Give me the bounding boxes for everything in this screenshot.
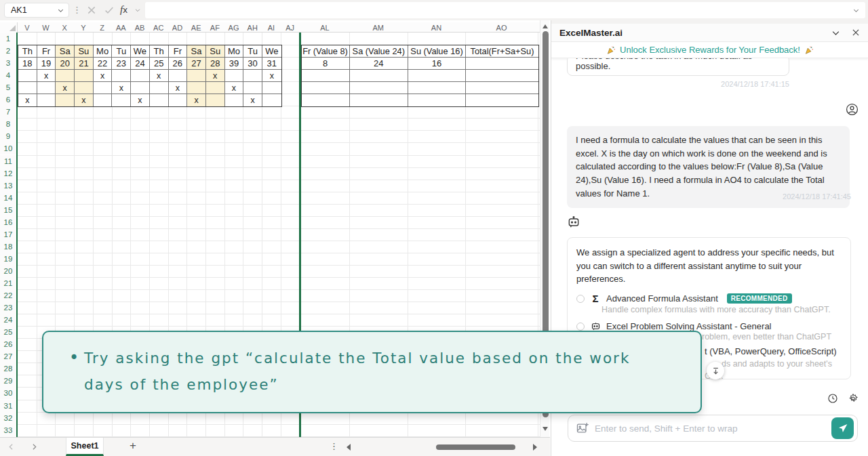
row-header-30[interactable]: 30 bbox=[0, 387, 16, 399]
cell[interactable]: Su bbox=[75, 45, 94, 58]
row-header-18[interactable]: 18 bbox=[0, 241, 16, 253]
column-header-AC[interactable]: AC bbox=[149, 22, 168, 33]
row-header-24[interactable]: 24 bbox=[0, 314, 16, 326]
row-header-21[interactable]: 21 bbox=[0, 277, 16, 289]
gear-icon[interactable] bbox=[848, 393, 859, 404]
row-header-22[interactable]: 22 bbox=[0, 289, 16, 302]
radio-icon[interactable] bbox=[576, 323, 585, 331]
cell[interactable]: x bbox=[112, 82, 131, 94]
cell[interactable]: Sa bbox=[187, 45, 206, 58]
cell[interactable]: 26 bbox=[169, 58, 188, 70]
cell[interactable] bbox=[466, 58, 538, 70]
cell[interactable] bbox=[18, 70, 37, 82]
cell[interactable] bbox=[150, 82, 169, 94]
scroll-up-arrow-icon[interactable] bbox=[542, 24, 548, 28]
formula-bar-input[interactable] bbox=[145, 2, 865, 18]
close-panel-icon[interactable] bbox=[851, 28, 861, 37]
cell[interactable] bbox=[131, 82, 150, 94]
cell[interactable]: Su (Value 16) bbox=[408, 45, 466, 58]
cell[interactable]: Tu bbox=[243, 45, 262, 58]
row-header-33[interactable]: 33 bbox=[0, 424, 16, 436]
cell[interactable] bbox=[112, 94, 131, 106]
column-header-X[interactable]: X bbox=[55, 22, 74, 33]
cell[interactable] bbox=[206, 82, 225, 94]
column-header-AG[interactable]: AG bbox=[224, 22, 243, 33]
cell[interactable] bbox=[243, 82, 262, 94]
cell[interactable] bbox=[466, 82, 538, 94]
cell[interactable]: x bbox=[243, 94, 262, 106]
column-header-AM[interactable]: AM bbox=[349, 22, 408, 33]
row-header-17[interactable]: 17 bbox=[0, 228, 16, 241]
cell[interactable] bbox=[169, 94, 188, 106]
cell[interactable]: 8 bbox=[302, 58, 350, 70]
row-header-31[interactable]: 31 bbox=[0, 400, 16, 412]
cell[interactable]: x bbox=[169, 82, 188, 94]
select-all-corner[interactable] bbox=[0, 22, 18, 33]
cell[interactable]: We bbox=[262, 45, 281, 58]
cell[interactable] bbox=[169, 70, 188, 82]
cell[interactable]: Th bbox=[18, 45, 37, 58]
cell[interactable] bbox=[350, 70, 409, 82]
row-header-25[interactable]: 25 bbox=[0, 326, 16, 338]
cell[interactable] bbox=[75, 82, 94, 94]
column-header-AA[interactable]: AA bbox=[112, 22, 131, 33]
cell[interactable] bbox=[302, 82, 350, 94]
horizontal-scroll-thumb[interactable] bbox=[436, 444, 515, 450]
cell[interactable]: Total(Fr+Sa+Su) bbox=[466, 45, 538, 58]
column-header-V[interactable]: V bbox=[18, 22, 37, 33]
row-header-19[interactable]: 19 bbox=[0, 253, 16, 265]
column-header-AL[interactable]: AL bbox=[301, 22, 349, 33]
row-header-5[interactable]: 5 bbox=[0, 81, 16, 94]
cell[interactable]: 28 bbox=[206, 58, 225, 70]
cell[interactable] bbox=[37, 94, 56, 106]
tabbar-dots-icon[interactable]: ⋮ bbox=[330, 441, 338, 451]
cancel-icon[interactable] bbox=[86, 5, 97, 16]
cell[interactable] bbox=[225, 70, 244, 82]
column-header-Y[interactable]: Y bbox=[74, 22, 93, 33]
cell[interactable]: Mo bbox=[225, 45, 244, 58]
row-header-26[interactable]: 26 bbox=[0, 338, 16, 350]
cell[interactable] bbox=[262, 94, 281, 106]
row-header-20[interactable]: 20 bbox=[0, 265, 16, 277]
row-header-9[interactable]: 9 bbox=[0, 130, 16, 142]
agent-option-problem-solving[interactable]: Excel Problem Solving Assistant - Genera… bbox=[576, 321, 842, 331]
cell[interactable]: x bbox=[37, 70, 56, 82]
row-header-3[interactable]: 3 bbox=[0, 57, 16, 69]
cell[interactable] bbox=[94, 82, 113, 94]
column-header-AD[interactable]: AD bbox=[168, 22, 187, 33]
row-header-15[interactable]: 15 bbox=[0, 204, 16, 216]
sheet-tab[interactable]: Sheet1 bbox=[66, 438, 104, 456]
cell[interactable]: 22 bbox=[94, 58, 113, 70]
cell[interactable] bbox=[408, 82, 466, 94]
cell[interactable] bbox=[350, 82, 409, 94]
cell[interactable]: Fr bbox=[169, 45, 188, 58]
promo-link[interactable]: Unlock Exclusive Rewards for Your Feedba… bbox=[620, 45, 800, 55]
column-header-AO[interactable]: AO bbox=[465, 22, 538, 33]
column-header-AH[interactable]: AH bbox=[243, 22, 262, 33]
cell[interactable]: 39 bbox=[225, 58, 244, 70]
cell[interactable]: Sa bbox=[56, 45, 75, 58]
cell[interactable]: 30 bbox=[243, 58, 262, 70]
cell[interactable]: x bbox=[262, 70, 281, 82]
history-clock-icon[interactable] bbox=[827, 393, 838, 404]
scroll-left-arrow-icon[interactable] bbox=[347, 444, 351, 451]
row-header-8[interactable]: 8 bbox=[0, 118, 16, 130]
row-header-28[interactable]: 28 bbox=[0, 362, 16, 375]
row-header-4[interactable]: 4 bbox=[0, 69, 16, 81]
cell[interactable]: x bbox=[225, 82, 244, 94]
cell[interactable] bbox=[466, 70, 538, 82]
add-sheet-button[interactable]: + bbox=[130, 439, 136, 453]
column-header-AI[interactable]: AI bbox=[262, 22, 281, 33]
cell[interactable]: 24 bbox=[350, 58, 409, 70]
row-header-6[interactable]: 6 bbox=[0, 94, 16, 106]
cell[interactable]: 31 bbox=[262, 58, 281, 70]
cell[interactable]: Fr bbox=[37, 45, 56, 58]
cell[interactable] bbox=[56, 94, 75, 106]
cell[interactable] bbox=[18, 82, 37, 94]
cell[interactable] bbox=[75, 70, 94, 82]
radio-icon[interactable] bbox=[576, 295, 585, 303]
insert-function-button[interactable]: fx bbox=[120, 4, 127, 16]
fx-chevron-icon[interactable] bbox=[134, 7, 141, 14]
cell[interactable] bbox=[262, 82, 281, 94]
row-header-2[interactable]: 2 bbox=[0, 45, 16, 57]
